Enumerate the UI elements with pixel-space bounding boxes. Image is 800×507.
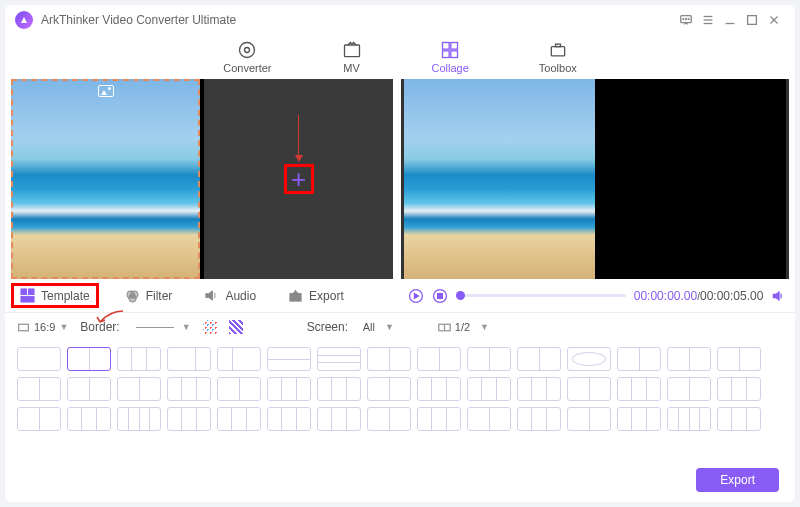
annotation-arrow: [295, 115, 303, 162]
export-button[interactable]: Export: [696, 468, 779, 492]
template-item[interactable]: [617, 377, 661, 401]
template-item[interactable]: [667, 377, 711, 401]
template-item[interactable]: [717, 347, 761, 371]
template-item[interactable]: [167, 377, 211, 401]
svg-rect-18: [551, 47, 564, 56]
template-item[interactable]: [667, 407, 711, 431]
template-item[interactable]: [167, 347, 211, 371]
border-style-select[interactable]: ▼: [132, 322, 191, 332]
border-pattern-hatch[interactable]: [229, 320, 243, 334]
add-media-button[interactable]: +: [284, 164, 314, 194]
template-item[interactable]: [517, 347, 561, 371]
svg-point-12: [245, 48, 250, 53]
tab-label: Audio: [225, 289, 256, 303]
maximize-icon[interactable]: [741, 9, 763, 31]
template-item[interactable]: [217, 377, 261, 401]
template-item[interactable]: [167, 407, 211, 431]
template-gallery: [5, 341, 795, 502]
app-title: ArkThinker Video Converter Ultimate: [41, 13, 236, 27]
template-item[interactable]: [317, 407, 361, 431]
svg-rect-14: [443, 43, 450, 50]
tab-audio[interactable]: Audio: [204, 288, 256, 303]
play-icon[interactable]: [408, 288, 424, 304]
template-item[interactable]: [117, 377, 161, 401]
nav-converter[interactable]: Converter: [223, 40, 271, 74]
nav-collage[interactable]: Collage: [432, 40, 469, 74]
template-item[interactable]: [317, 347, 361, 371]
screen-select[interactable]: Screen: All▼: [307, 320, 394, 334]
svg-rect-20: [21, 289, 27, 295]
border-color-dots[interactable]: [203, 320, 217, 334]
tab-label: Filter: [146, 289, 173, 303]
nav-label: MV: [343, 62, 360, 74]
template-item[interactable]: [617, 347, 661, 371]
template-item[interactable]: [17, 347, 61, 371]
volume-icon[interactable]: [771, 288, 787, 304]
menu-icon[interactable]: [697, 9, 719, 31]
template-item[interactable]: [467, 347, 511, 371]
collage-slot-2[interactable]: +: [204, 79, 393, 279]
feedback-icon[interactable]: [675, 9, 697, 31]
template-item[interactable]: [567, 377, 611, 401]
svg-point-3: [688, 19, 689, 20]
template-item[interactable]: [467, 377, 511, 401]
template-item[interactable]: [717, 407, 761, 431]
svg-rect-21: [28, 289, 34, 295]
template-item[interactable]: [617, 407, 661, 431]
template-item[interactable]: [217, 347, 261, 371]
svg-rect-13: [344, 45, 359, 57]
template-item[interactable]: [267, 377, 311, 401]
nav-toolbox[interactable]: Toolbox: [539, 40, 577, 74]
nav-mv[interactable]: MV: [342, 40, 362, 74]
player-controls: 00:00:00.00/00:00:05.00: [408, 288, 788, 304]
aspect-ratio-select[interactable]: 16:9▼: [17, 321, 68, 334]
template-item[interactable]: [67, 407, 111, 431]
footer: Export: [696, 468, 779, 492]
svg-rect-8: [748, 16, 757, 25]
template-item[interactable]: [417, 347, 461, 371]
stop-icon[interactable]: [432, 288, 448, 304]
svg-rect-17: [451, 51, 458, 58]
tab-template[interactable]: Template: [11, 283, 99, 308]
template-item[interactable]: [367, 347, 411, 371]
tab-label: Template: [41, 289, 90, 303]
template-item[interactable]: [267, 407, 311, 431]
nav-label: Collage: [432, 62, 469, 74]
close-icon[interactable]: [763, 9, 785, 31]
nav-label: Toolbox: [539, 62, 577, 74]
template-item[interactable]: [117, 347, 161, 371]
template-item[interactable]: [467, 407, 511, 431]
template-item[interactable]: [217, 407, 261, 431]
template-item[interactable]: [67, 347, 111, 371]
template-item[interactable]: [17, 407, 61, 431]
svg-rect-22: [21, 296, 34, 302]
collage-preview: [401, 79, 789, 279]
svg-rect-30: [19, 324, 29, 331]
svg-point-1: [683, 19, 684, 20]
template-item[interactable]: [417, 407, 461, 431]
template-item[interactable]: [517, 407, 561, 431]
collage-slot-1[interactable]: [11, 79, 200, 279]
template-item[interactable]: [667, 347, 711, 371]
titlebar: ArkThinker Video Converter Ultimate: [5, 5, 795, 35]
split-select[interactable]: 1/2▼: [438, 321, 489, 334]
tab-export[interactable]: Export: [288, 288, 344, 303]
template-item[interactable]: [567, 407, 611, 431]
template-item[interactable]: [417, 377, 461, 401]
svg-point-2: [686, 19, 687, 20]
svg-rect-29: [437, 293, 442, 298]
template-item[interactable]: [367, 377, 411, 401]
tab-filter[interactable]: Filter: [125, 288, 173, 303]
template-item[interactable]: [17, 377, 61, 401]
nav-label: Converter: [223, 62, 271, 74]
template-item[interactable]: [567, 347, 611, 371]
template-item[interactable]: [517, 377, 561, 401]
template-item[interactable]: [317, 377, 361, 401]
template-item[interactable]: [267, 347, 311, 371]
template-item[interactable]: [717, 377, 761, 401]
template-item[interactable]: [367, 407, 411, 431]
progress-bar[interactable]: [456, 294, 626, 297]
minimize-icon[interactable]: [719, 9, 741, 31]
template-item[interactable]: [117, 407, 161, 431]
template-item[interactable]: [67, 377, 111, 401]
